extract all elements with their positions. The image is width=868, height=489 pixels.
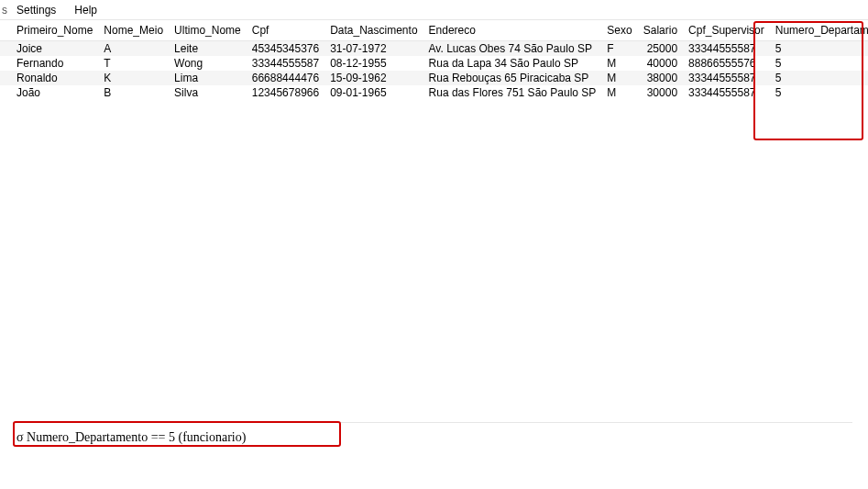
cell-sexo: M [601,56,637,71]
cell-endereco: Rua das Flores 751 São Paulo SP [423,85,602,100]
cell-endereco: Rua Rebouças 65 Piracicaba SP [423,71,602,85]
cell-nome_meio: A [98,41,169,57]
table-header-row: Primeiro_Nome Nome_Meio Ultimo_Nome Cpf … [0,20,868,41]
cell-primeiro_nome: Joice [11,41,98,57]
cell-salario: 40000 [638,56,683,71]
menu-help[interactable]: Help [65,2,106,18]
cell-ultimo_nome: Silva [169,85,247,100]
cell-nome_meio: B [98,85,169,100]
col-nome-meio[interactable]: Nome_Meio [98,20,169,41]
cell-numero_departamento: 5 [770,71,868,85]
cell-numero_departamento: 5 [770,56,868,71]
cell-ultimo_nome: Lima [169,71,247,85]
row-selector[interactable] [0,71,11,85]
cell-primeiro_nome: Fernando [11,56,98,71]
cell-endereco: Av. Lucas Obes 74 São Paulo SP [423,41,602,57]
row-selector[interactable] [0,56,11,71]
cell-endereco: Rua da Lapa 34 São Paulo SP [423,56,602,71]
row-selector[interactable] [0,85,11,100]
col-salario[interactable]: Salario [638,20,683,41]
cell-salario: 30000 [638,85,683,100]
row-selector[interactable] [0,41,11,57]
col-data-nascimento[interactable]: Data_Nascimento [324,20,423,41]
col-cpf-supervisor[interactable]: Cpf_Supervisor [683,20,770,41]
col-ultimo-nome[interactable]: Ultimo_Nome [169,20,247,41]
query-bar [13,422,852,448]
col-cpf[interactable]: Cpf [247,20,324,41]
cell-primeiro_nome: João [11,85,98,100]
table-row[interactable]: JoiceALeite4534534537631-07-1972Av. Luca… [0,41,868,57]
menu-settings[interactable]: Settings [7,2,65,18]
table-row[interactable]: FernandoTWong3334455558708-12-1955Rua da… [0,56,868,71]
cell-ultimo_nome: Wong [169,56,247,71]
cell-cpf: 66688444476 [247,71,324,85]
col-endereco[interactable]: Endereco [423,20,602,41]
table-row[interactable]: JoãoBSilva1234567896609-01-1965Rua das F… [0,85,868,100]
cell-data_nascimento: 08-12-1955 [324,56,423,71]
cell-cpf_supervisor: 33344555587 [683,85,770,100]
cell-numero_departamento: 5 [770,41,868,57]
menubar: s Settings Help [0,0,868,20]
cell-salario: 38000 [638,71,683,85]
cell-sexo: M [601,71,637,85]
query-input[interactable] [13,428,852,448]
col-sexo[interactable]: Sexo [601,20,637,41]
menu-stub: s [0,4,7,17]
table-container: Primeiro_Nome Nome_Meio Ultimo_Nome Cpf … [0,20,868,415]
cell-numero_departamento: 5 [770,85,868,100]
cell-data_nascimento: 09-01-1965 [324,85,423,100]
results-table: Primeiro_Nome Nome_Meio Ultimo_Nome Cpf … [0,20,868,100]
cell-data_nascimento: 31-07-1972 [324,41,423,57]
cell-data_nascimento: 15-09-1962 [324,71,423,85]
cell-nome_meio: T [98,56,169,71]
cell-cpf: 12345678966 [247,85,324,100]
cell-salario: 25000 [638,41,683,57]
col-numero-departamento[interactable]: Numero_Departamento [770,20,868,41]
cell-sexo: F [601,41,637,57]
cell-cpf_supervisor: 33344555587 [683,71,770,85]
cell-cpf_supervisor: 88866555576 [683,56,770,71]
cell-primeiro_nome: Ronaldo [11,71,98,85]
cell-cpf_supervisor: 33344555587 [683,41,770,57]
cell-ultimo_nome: Leite [169,41,247,57]
table-row[interactable]: RonaldoKLima6668844447615-09-1962Rua Reb… [0,71,868,85]
cell-cpf: 45345345376 [247,41,324,57]
cell-sexo: M [601,85,637,100]
cell-cpf: 33344555587 [247,56,324,71]
cell-nome_meio: K [98,71,169,85]
col-primeiro-nome[interactable]: Primeiro_Nome [11,20,98,41]
col-selector[interactable] [0,20,11,41]
